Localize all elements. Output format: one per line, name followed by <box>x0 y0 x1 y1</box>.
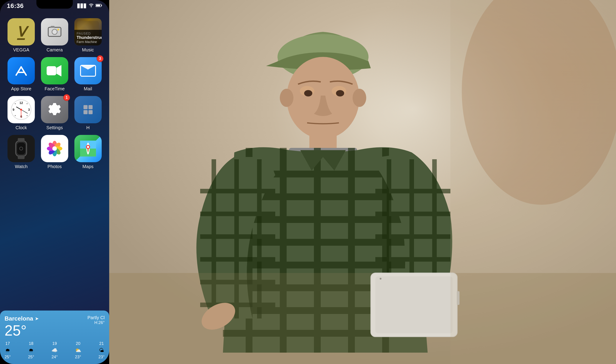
weather-temperature: 25° <box>5 322 27 339</box>
svg-rect-9 <box>89 105 93 109</box>
photos-icon[interactable] <box>41 135 68 162</box>
app-item-clock[interactable]: 12 3 6 9 Clock <box>7 96 36 130</box>
mail-icon[interactable] <box>74 57 102 84</box>
svg-rect-1 <box>96 5 100 6</box>
clock-tick-1 <box>15 103 16 104</box>
camera-icon[interactable] <box>41 18 68 46</box>
svg-point-39 <box>304 90 312 96</box>
appstore-svg <box>13 63 29 79</box>
forecast-day-18: 18 <box>29 341 33 346</box>
weather-desc-text: Partly Cl <box>87 315 105 320</box>
maps-svg <box>80 141 96 156</box>
svg-point-24 <box>87 146 89 148</box>
svg-marker-7 <box>56 65 61 77</box>
forecast-item-19: 19 ☁️ 24° <box>51 341 58 359</box>
facetime-icon[interactable] <box>41 57 68 84</box>
app-item-maps[interactable]: Maps <box>74 135 102 169</box>
watch-band-bottom <box>18 155 25 159</box>
hidden-label: H <box>86 125 90 130</box>
svg-point-36 <box>353 89 366 107</box>
app-item-facetime[interactable]: FaceTime <box>40 57 69 91</box>
svg-rect-6 <box>47 66 56 75</box>
hidden-icon[interactable] <box>74 96 102 123</box>
vegga-icon[interactable]: V̲ <box>8 18 35 46</box>
forecast-temp-21: 23° <box>99 355 105 359</box>
clock-center-dot <box>20 109 22 111</box>
music-artist: Farm Machine <box>77 40 99 44</box>
mail-envelope <box>80 65 96 77</box>
clock-9: 9 <box>13 108 14 111</box>
forecast-icon-19: ☁️ <box>51 347 58 353</box>
clock-minute-hand <box>21 109 28 114</box>
clock-tick-3 <box>15 115 16 116</box>
forecast-item-21: 21 🌤 23° <box>99 341 105 359</box>
app-item-hidden[interactable]: H <box>74 96 102 130</box>
clock-label: Clock <box>15 125 27 130</box>
svg-rect-80 <box>109 273 616 364</box>
watch-body <box>15 140 27 157</box>
mail-icon-wrapper: 3 <box>74 57 102 84</box>
forecast-day-20: 20 <box>76 341 80 346</box>
status-icons: ▊▊▊ <box>77 3 102 8</box>
clock-face: 12 3 6 9 <box>11 99 31 120</box>
forecast-icon-18: 🌧 <box>29 347 34 353</box>
forecast-temp-20: 23° <box>75 355 81 359</box>
forecast-icon-17: 🌧 <box>5 347 10 353</box>
music-art: PAUSED Thunderstruck Farm Machine <box>74 18 102 46</box>
maps-icon[interactable] <box>74 135 102 162</box>
music-label: Music <box>82 47 94 52</box>
svg-rect-8 <box>83 105 88 109</box>
weather-city-name: Barcelona <box>5 315 33 322</box>
svg-rect-46 <box>223 262 428 268</box>
app-item-photos[interactable]: Photos <box>40 135 69 169</box>
forecast-day-19: 19 <box>52 341 57 346</box>
app-item-appstore[interactable]: App Store <box>7 57 36 91</box>
weather-high: H:26° <box>87 320 105 325</box>
person-photo-svg: V <box>109 0 616 364</box>
music-title: Thunderstruck <box>77 35 99 40</box>
app-item-settings[interactable]: 1 Settings <box>40 96 69 130</box>
weather-location-icon: ➤ <box>35 316 38 321</box>
forecast-day-17: 17 <box>5 341 10 346</box>
photos-svg <box>46 140 64 158</box>
wifi-icon <box>89 4 94 8</box>
svg-point-40 <box>336 90 344 96</box>
clock-12: 12 <box>20 101 23 105</box>
weather-description: Partly Cl H:26° <box>87 315 105 325</box>
app-item-mail[interactable]: 3 Mail <box>74 57 102 91</box>
svg-rect-10 <box>83 110 88 114</box>
app-item-camera[interactable]: Camera <box>40 18 69 52</box>
app-grid: V̲ VEGGA Camera <box>5 16 105 171</box>
camera-label: Camera <box>46 47 63 52</box>
watch-screen-dot <box>19 147 23 150</box>
gear-svg <box>47 102 63 118</box>
camera-dot <box>57 29 59 30</box>
music-paused-label: PAUSED <box>77 32 99 35</box>
svg-rect-2 <box>101 5 102 6</box>
forecast-icon-21: 🌤 <box>99 347 104 353</box>
settings-label: Settings <box>46 125 63 130</box>
app-item-watch[interactable]: Watch <box>7 135 36 169</box>
watch-band-top <box>18 138 25 142</box>
app-item-vegga[interactable]: V̲ VEGGA <box>7 18 36 52</box>
watch-label: Watch <box>15 164 27 169</box>
weather-forecast: 17 🌧 25° 18 🌧 25° 19 ☁️ 24° 20 ⛅ 2 <box>5 341 105 359</box>
photo-panel: V <box>109 0 616 364</box>
svg-line-4 <box>21 67 26 75</box>
camera-body <box>48 27 61 37</box>
phone-panel: 16:36 ▊▊▊ <box>0 0 109 364</box>
watch-icon[interactable] <box>8 135 35 162</box>
music-icon[interactable]: PAUSED Thunderstruck Farm Machine <box>74 18 102 46</box>
appstore-icon[interactable] <box>8 57 35 84</box>
svg-point-20 <box>52 146 57 151</box>
clock-tick-2 <box>27 103 27 104</box>
clock-icon[interactable]: 12 3 6 9 <box>8 96 35 123</box>
weather-widget[interactable]: Barcelona ➤ 25° Partly Cl H:26° 17 🌧 25°… <box>0 311 109 364</box>
facetime-svg <box>47 65 63 77</box>
clock-3: 3 <box>28 108 30 111</box>
appstore-label: App Store <box>11 86 31 91</box>
forecast-icon-20: ⛅ <box>75 347 81 353</box>
app-item-music[interactable]: PAUSED Thunderstruck Farm Machine Music <box>74 18 102 52</box>
svg-line-3 <box>16 67 21 75</box>
watch-screen <box>17 143 25 155</box>
